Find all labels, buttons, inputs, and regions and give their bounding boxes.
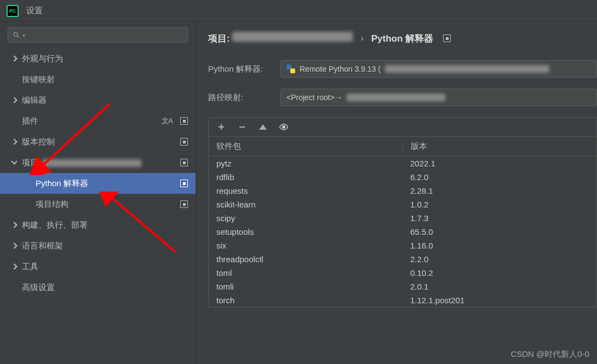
package-row[interactable]: pytz2022.1 (209, 157, 596, 170)
tree-item-11[interactable]: 高级设置 (0, 277, 196, 298)
translate-icon: 文A (162, 116, 173, 126)
package-name: torch (216, 296, 403, 305)
package-name: requests (216, 186, 403, 195)
package-version: 0.10.2 (403, 268, 589, 278)
package-row[interactable]: toml0.10.2 (209, 266, 596, 280)
package-version: 2022.1 (403, 159, 589, 168)
package-row[interactable]: threadpoolctl2.2.0 (209, 252, 596, 266)
tree-item-2[interactable]: 编辑器 (0, 90, 196, 111)
package-name: rdflib (216, 172, 403, 182)
pathmap-label: 路径映射: (208, 93, 272, 103)
package-row[interactable]: six1.16.0 (209, 239, 596, 252)
upgrade-package-button[interactable] (258, 122, 268, 132)
tree-item-label: 版本控制 (22, 137, 175, 147)
pathmap-value: <Project root>→ (286, 93, 342, 102)
package-version: 1.7.3 (403, 213, 589, 223)
breadcrumb-current: Python 解释器 (371, 32, 433, 45)
svg-point-0 (14, 32, 18, 36)
tree-item-label: Python 解释器 (36, 178, 175, 189)
packages-toolbar (209, 118, 596, 137)
package-name: scikit-learn (216, 200, 403, 209)
tree-item-9[interactable]: 语言和框架 (0, 235, 196, 256)
package-row[interactable]: scipy1.7.3 (209, 211, 596, 225)
package-name: tomli (216, 282, 403, 291)
per-project-icon (180, 159, 188, 166)
svg-line-1 (18, 36, 19, 38)
interpreter-label: Python 解释器: (208, 64, 272, 74)
chevron-icon (11, 55, 17, 61)
chevron-icon (11, 97, 17, 103)
tree-item-label: 构建、执行、部署 (22, 220, 188, 230)
add-package-button[interactable] (216, 122, 226, 132)
package-version: 2.2.0 (403, 255, 589, 264)
sidebar: ▾ 外观与行为按键映射编辑器插件文A版本控制项目: Python 解释器项目结构… (0, 22, 196, 364)
tree-item-0[interactable]: 外观与行为 (0, 48, 196, 69)
chevron-icon (11, 158, 17, 164)
per-project-icon (180, 180, 188, 187)
remove-package-button[interactable] (237, 122, 247, 132)
package-name: threadpoolctl (216, 255, 403, 264)
tree-item-label: 插件 (22, 116, 156, 126)
package-name: pytz (216, 159, 403, 168)
per-project-icon (180, 200, 188, 208)
tree-item-label: 按键映射 (22, 74, 188, 85)
per-project-icon (443, 34, 451, 42)
python-icon (286, 65, 295, 73)
tree-item-1[interactable]: 按键映射 (0, 69, 196, 90)
chevron-icon (11, 242, 17, 249)
package-version: 2.28.1 (403, 186, 589, 195)
package-row[interactable]: tomli2.0.1 (209, 280, 596, 293)
interpreter-value: Remote Python 3.9.13 ( (300, 65, 381, 73)
pathmap-row: 路径映射: <Project root>→ (208, 89, 597, 106)
package-version: 1.16.0 (403, 241, 589, 250)
tree-item-label: 编辑器 (22, 95, 188, 106)
titlebar: PC 设置 (0, 0, 597, 22)
package-row[interactable]: requests2.28.1 (209, 184, 596, 198)
package-version: 6.2.0 (403, 172, 589, 182)
tree-item-5[interactable]: 项目: (0, 152, 196, 173)
package-row[interactable]: rdflib6.2.0 (209, 170, 596, 184)
interpreter-select[interactable]: Remote Python 3.9.13 ( (280, 60, 597, 78)
column-version[interactable]: 版本 (403, 141, 589, 152)
search-icon (13, 31, 20, 39)
packages-header: 软件包 版本 (209, 137, 596, 157)
settings-tree: 外观与行为按键映射编辑器插件文A版本控制项目: Python 解释器项目结构构建… (0, 48, 196, 298)
search-input[interactable]: ▾ (8, 27, 188, 43)
svg-point-2 (283, 126, 285, 129)
app-icon: PC (7, 5, 19, 17)
packages-list: pytz2022.1rdflib6.2.0requests2.28.1sciki… (209, 157, 596, 307)
tree-item-7[interactable]: 项目结构 (0, 194, 196, 215)
package-name: setuptools (216, 227, 403, 236)
chevron-icon (11, 222, 17, 228)
package-version: 65.5.0 (403, 227, 589, 236)
tree-item-label: 高级设置 (22, 282, 188, 293)
tree-item-3[interactable]: 插件文A (0, 111, 196, 131)
per-project-icon (180, 117, 188, 125)
column-package[interactable]: 软件包 (216, 141, 403, 152)
package-row[interactable]: scikit-learn1.0.2 (209, 198, 596, 211)
tree-item-6[interactable]: Python 解释器 (0, 173, 196, 194)
tree-item-8[interactable]: 构建、执行、部署 (0, 215, 196, 235)
chevron-icon (11, 138, 17, 145)
breadcrumb-project: 项目: (208, 32, 353, 45)
breadcrumb: 项目: › Python 解释器 (208, 32, 597, 45)
package-name: scipy (216, 213, 403, 223)
tree-item-4[interactable]: 版本控制 (0, 131, 196, 152)
watermark: CSDN @时代新人0-0 (510, 349, 589, 360)
package-row[interactable]: setuptools65.5.0 (209, 225, 596, 239)
pathmap-input[interactable]: <Project root>→ (280, 89, 597, 106)
chevron-icon (11, 263, 17, 269)
package-version: 1.12.1.post201 (403, 296, 589, 305)
package-version: 1.0.2 (403, 200, 589, 209)
tree-item-10[interactable]: 工具 (0, 256, 196, 277)
tree-item-label: 语言和框架 (22, 241, 188, 251)
package-version: 2.0.1 (403, 282, 589, 291)
packages-panel: 软件包 版本 pytz2022.1rdflib6.2.0requests2.28… (208, 117, 597, 308)
tree-item-label: 工具 (22, 262, 188, 272)
show-early-releases-button[interactable] (279, 122, 289, 132)
package-name: toml (216, 268, 403, 278)
package-row[interactable]: torch1.12.1.post201 (209, 293, 596, 307)
package-name: six (216, 241, 403, 250)
breadcrumb-separator: › (360, 33, 363, 43)
per-project-icon (180, 138, 188, 146)
